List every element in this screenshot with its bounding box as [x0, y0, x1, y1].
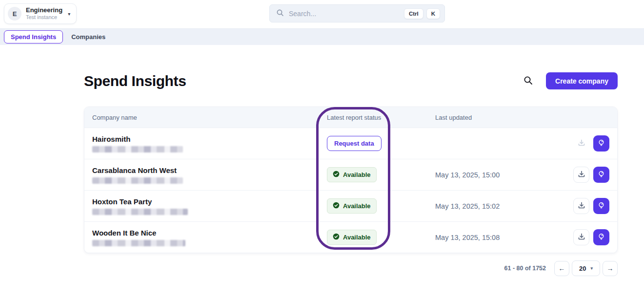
- workspace-switcher[interactable]: E Engineering Test instance ▾: [4, 3, 77, 24]
- primary-tabbar: Spend Insights Companies: [0, 28, 644, 45]
- insights-button[interactable]: [593, 135, 609, 151]
- workspace-name: Engineering: [26, 6, 62, 14]
- main-content: Spend Insights Create company Company na…: [0, 72, 644, 276]
- download-icon: [578, 233, 585, 242]
- tab-spend-insights[interactable]: Spend Insights: [4, 30, 63, 43]
- table-search-button[interactable]: [523, 76, 533, 86]
- insights-button[interactable]: [593, 167, 609, 183]
- download-report-button[interactable]: [573, 167, 589, 183]
- lightbulb-icon: [597, 170, 605, 180]
- last-updated-value: May 13, 2025, 15:08: [435, 234, 500, 241]
- insights-button[interactable]: [593, 229, 609, 245]
- page-size-select[interactable]: 20 ▾: [572, 260, 600, 276]
- global-search[interactable]: Ctrl K: [269, 4, 445, 22]
- create-company-button[interactable]: Create company: [546, 72, 618, 89]
- table-row: Hoxton Tea Party Available May 13, 2025,…: [84, 190, 617, 221]
- workspace-instance-label: Test instance: [26, 14, 62, 21]
- check-circle-icon: [333, 233, 340, 241]
- arrow-right-icon: →: [607, 264, 614, 272]
- redacted-subtitle: [92, 209, 188, 215]
- chevron-down-icon: ▾: [590, 266, 593, 271]
- column-header-last-updated: Last updated: [424, 114, 526, 121]
- column-header-report-status: Latest report status: [316, 114, 424, 121]
- download-report-button: [573, 135, 589, 151]
- kbd-ctrl: Ctrl: [404, 8, 423, 19]
- pagination: 61 - 80 of 1752 ← 20 ▾ →: [84, 260, 618, 276]
- company-name: Wooden It Be Nice: [92, 229, 316, 237]
- search-icon: [523, 76, 533, 86]
- download-report-button[interactable]: [573, 198, 589, 214]
- status-badge: Available: [327, 198, 377, 214]
- status-label: Available: [343, 202, 371, 210]
- chevron-down-icon: ▾: [68, 11, 70, 17]
- companies-table: Company name Latest report status Last u…: [84, 107, 618, 253]
- last-updated-value: May 13, 2025, 15:02: [435, 202, 500, 210]
- table-row: Wooden It Be Nice Available May 13, 2025…: [84, 221, 617, 253]
- page-title: Spend Insights: [84, 73, 186, 89]
- page-size-value: 20: [579, 265, 586, 272]
- check-circle-icon: [333, 202, 340, 210]
- top-bar: E Engineering Test instance ▾ Ctrl K: [0, 0, 644, 28]
- kbd-k: K: [426, 8, 440, 19]
- company-name: Carsablanca North West: [92, 166, 316, 174]
- search-input[interactable]: [284, 10, 401, 18]
- table-row: Hairosmith Request data: [84, 128, 617, 159]
- arrow-left-icon: ←: [559, 264, 565, 272]
- table-header-row: Company name Latest report status Last u…: [84, 107, 617, 128]
- lightbulb-icon: [597, 201, 605, 211]
- company-name: Hoxton Tea Party: [92, 197, 316, 206]
- check-circle-icon: [333, 171, 340, 179]
- status-badge: Available: [327, 230, 377, 245]
- download-icon: [578, 201, 585, 211]
- workspace-avatar: E: [8, 7, 21, 21]
- lightbulb-icon: [597, 233, 605, 242]
- last-updated-value: May 13, 2025, 15:00: [435, 171, 500, 179]
- insights-button[interactable]: [593, 198, 609, 214]
- table-row: Carsablanca North West Available May 13,…: [84, 159, 617, 190]
- download-icon: [578, 170, 585, 179]
- column-header-company-name: Company name: [84, 114, 316, 121]
- status-label: Available: [343, 171, 371, 178]
- request-data-button[interactable]: Request data: [327, 136, 382, 151]
- next-page-button[interactable]: →: [603, 261, 618, 276]
- search-icon: [276, 9, 284, 19]
- redacted-subtitle: [92, 240, 185, 246]
- status-label: Available: [343, 234, 371, 241]
- redacted-subtitle: [92, 146, 183, 152]
- download-icon: [578, 139, 585, 148]
- redacted-subtitle: [92, 177, 183, 184]
- status-badge: Available: [327, 167, 377, 182]
- prev-page-button[interactable]: ←: [554, 261, 569, 276]
- pagination-range: 61 - 80 of 1752: [504, 265, 546, 272]
- company-name: Hairosmith: [92, 135, 316, 143]
- download-report-button[interactable]: [573, 229, 589, 245]
- lightbulb-icon: [597, 139, 605, 149]
- tab-companies[interactable]: Companies: [71, 33, 105, 41]
